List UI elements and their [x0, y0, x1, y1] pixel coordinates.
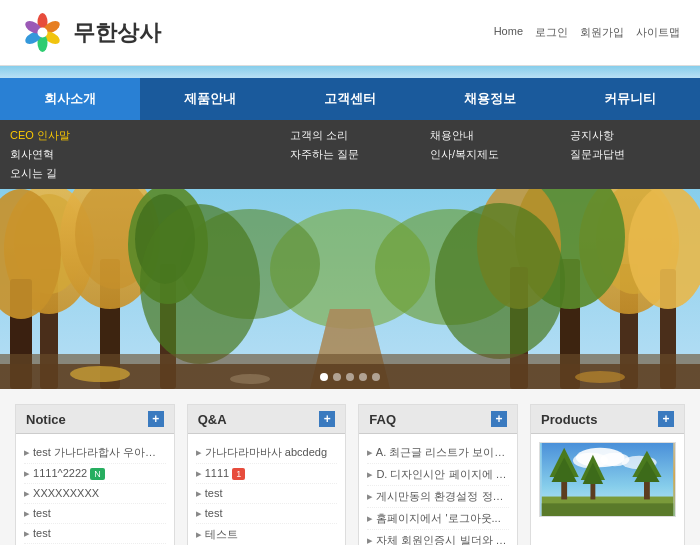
nav-item-support[interactable]: 고객센터	[280, 78, 420, 120]
sky-bar	[0, 66, 700, 78]
hero-banner	[0, 189, 700, 389]
qa-title: Q&A	[198, 412, 227, 427]
faq-title: FAQ	[369, 412, 396, 427]
header: 무한상사 Home 로그인 회원가입 사이트맵	[0, 0, 700, 66]
nav-item-company[interactable]: 회사소개	[0, 78, 140, 120]
hero-dots	[320, 373, 380, 381]
svg-point-40	[230, 374, 270, 384]
top-nav-register[interactable]: 회원가입	[580, 25, 624, 40]
dropdown-recruit: 채용안내 인사/복지제도	[420, 126, 560, 183]
svg-point-39	[575, 371, 625, 383]
hero-dot-5[interactable]	[372, 373, 380, 381]
dropdown-history[interactable]: 회사연혁	[10, 145, 130, 164]
nav-item-products[interactable]: 제품안내	[140, 78, 280, 120]
svg-point-7	[38, 28, 48, 38]
list-item[interactable]: 게시만동의 환경설정 정보가 이...	[367, 486, 509, 508]
list-item[interactable]: 홈페이지에서 '로그아웃...	[367, 508, 509, 530]
qa-plus-button[interactable]: +	[319, 411, 335, 427]
list-item[interactable]: XXXXXXXXX	[24, 484, 166, 504]
dropdown-bar: CEO 인사말 회사연혁 오시는 길 고객의 소리 자주하는 질문 채용안내 인…	[0, 120, 700, 189]
hero-dot-4[interactable]	[359, 373, 367, 381]
notice-body: test 가나다라합사 우아우어우... 1111^2222N XXXXXXXX…	[16, 434, 174, 545]
notice-title: Notice	[26, 412, 66, 427]
top-nav-home[interactable]: Home	[494, 25, 523, 40]
hero-dot-3[interactable]	[346, 373, 354, 381]
dropdown-faq-link[interactable]: 자주하는 질문	[290, 145, 410, 164]
list-item[interactable]: D. 디자인시안 페이지에 있는 ...	[367, 464, 509, 486]
dropdown-community: 공지사항 질문과답변	[560, 126, 700, 183]
product-image[interactable]	[539, 442, 676, 517]
list-item[interactable]: 테스트	[196, 524, 338, 545]
logo-area: 무한상사	[20, 10, 161, 55]
dropdown-company: CEO 인사말 회사연혁 오시는 길	[0, 126, 140, 183]
products-box: Products +	[530, 404, 685, 545]
svg-point-35	[435, 203, 565, 359]
top-nav: Home 로그인 회원가입 사이트맵	[494, 25, 680, 40]
main-nav: 회사소개 제품안내 고객센터 채용정보 커뮤니티	[0, 78, 700, 120]
nav-item-community[interactable]: 커뮤니티	[560, 78, 700, 120]
faq-header: FAQ +	[359, 405, 517, 434]
list-item[interactable]: 1111^2222N	[24, 464, 166, 484]
svg-rect-47	[542, 503, 673, 516]
dropdown-ceo[interactable]: CEO 인사말	[10, 126, 130, 145]
list-item[interactable]: 자체 회원인증시 빌더와 연동하...	[367, 530, 509, 545]
faq-box: FAQ + A. 최근글 리스트가 보이지 않... D. 디자인시안 페이지에…	[358, 404, 518, 545]
qa-box: Q&A + 가나다라마바사 abcdedg 11111 test test 테스…	[187, 404, 347, 545]
list-item[interactable]: test	[196, 504, 338, 524]
hero-image	[0, 189, 700, 389]
svg-point-34	[140, 204, 260, 364]
dropdown-hr-policy[interactable]: 인사/복지제도	[430, 145, 550, 164]
qa-body: 가나다라마바사 abcdedg 11111 test test 테스트	[188, 434, 346, 545]
list-item[interactable]: test	[196, 484, 338, 504]
dropdown-voice[interactable]: 고객의 소리	[290, 126, 410, 145]
product-svg	[540, 443, 675, 516]
dropdown-support: 고객의 소리 자주하는 질문	[280, 126, 420, 183]
list-item[interactable]: test 가나다라합사 우아우어우...	[24, 442, 166, 464]
content-area: Notice + test 가나다라합사 우아우어우... 1111^2222N…	[0, 389, 700, 545]
list-item[interactable]: 11111	[196, 464, 338, 484]
hero-dot-2[interactable]	[333, 373, 341, 381]
badge: 1	[232, 468, 245, 480]
list-item[interactable]: 가나다라마바사 abcdedg	[196, 442, 338, 464]
notice-box: Notice + test 가나다라합사 우아우어우... 1111^2222N…	[15, 404, 175, 545]
logo-icon	[20, 10, 65, 55]
faq-plus-button[interactable]: +	[491, 411, 507, 427]
svg-point-38	[70, 366, 130, 382]
badge-new: N	[90, 468, 105, 480]
qa-header: Q&A +	[188, 405, 346, 434]
products-title: Products	[541, 412, 597, 427]
dropdown-products	[140, 126, 280, 183]
top-nav-login[interactable]: 로그인	[535, 25, 568, 40]
dropdown-recruit-info[interactable]: 채용안내	[430, 126, 550, 145]
list-item[interactable]: test	[24, 504, 166, 524]
nav-item-recruit[interactable]: 채용정보	[420, 78, 560, 120]
logo-text: 무한상사	[73, 18, 161, 48]
list-item[interactable]: A. 최근글 리스트가 보이지 않...	[367, 442, 509, 464]
hero-dot-1[interactable]	[320, 373, 328, 381]
dropdown-qna-link[interactable]: 질문과답변	[570, 145, 690, 164]
products-header: Products +	[531, 405, 684, 434]
dropdown-notice-link[interactable]: 공지사항	[570, 126, 690, 145]
top-nav-sitemap[interactable]: 사이트맵	[636, 25, 680, 40]
list-item[interactable]: test	[24, 524, 166, 544]
notice-header: Notice +	[16, 405, 174, 434]
products-plus-button[interactable]: +	[658, 411, 674, 427]
notice-plus-button[interactable]: +	[148, 411, 164, 427]
dropdown-location[interactable]: 오시는 길	[10, 164, 130, 183]
product-image-area	[531, 434, 684, 525]
faq-body: A. 최근글 리스트가 보이지 않... D. 디자인시안 페이지에 있는 ..…	[359, 434, 517, 545]
